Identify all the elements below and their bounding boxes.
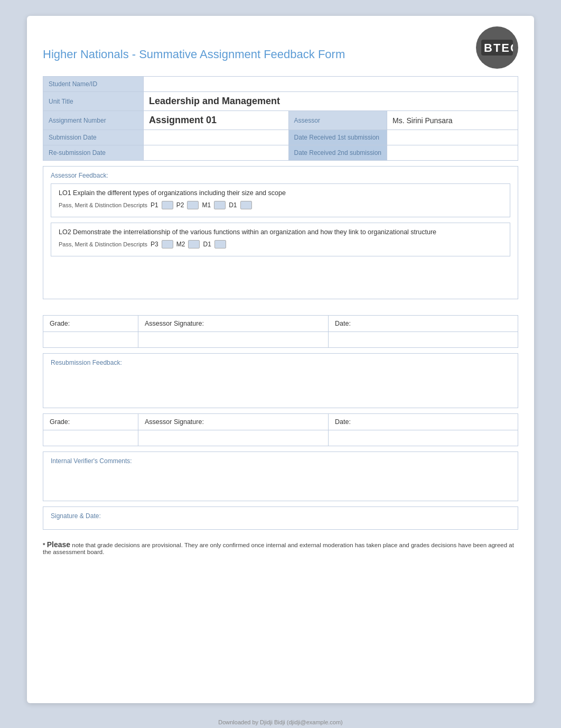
lo2-d1-checkbox[interactable] [214, 240, 226, 248]
lo1-p2-checkbox[interactable] [187, 201, 199, 209]
lo2-criteria-row: Pass, Merit & Distinction Descripts P3 M… [59, 240, 502, 248]
date-received-2nd-value [387, 145, 518, 161]
feedback-content-area [51, 262, 510, 293]
unit-title-label: Unit Title [43, 92, 144, 111]
iv-comments-content [51, 469, 510, 495]
info-table: Student Name/ID Unit Title Leadership an… [43, 76, 518, 161]
lo1-p2-label: P2 [176, 201, 184, 209]
assessor-value: Ms. Sirini Punsara [387, 111, 518, 130]
date-label-2: Date: [329, 414, 518, 430]
note-star: * [43, 542, 45, 548]
submission-date-label: Submission Date [43, 130, 144, 145]
lo2-p3-label: P3 [151, 241, 158, 248]
resubmission-date-row: Re-submission Date Date Received 2nd sub… [43, 145, 518, 161]
assignment-number-row: Assignment Number Assignment 01 Assessor… [43, 111, 518, 130]
grade-table-2: Grade: Assessor Signature: Date: [43, 413, 518, 446]
assessor-sig-label-2: Assessor Signature: [138, 414, 329, 430]
lo2-title: LO2 Demonstrate the interrelationship of… [59, 228, 502, 236]
date-received-2nd-label: Date Received 2nd submission [288, 145, 387, 161]
lo2-box: LO2 Demonstrate the interrelationship of… [51, 223, 510, 256]
lo1-box: LO1 Explain the different types of organ… [51, 183, 510, 217]
resubmission-feedback-label: Resubmission Feedback: [51, 359, 510, 366]
lo1-p1-label: P1 [151, 201, 158, 209]
lo1-m1-checkbox[interactable] [214, 201, 226, 209]
assessor-label: Assessor [288, 111, 387, 130]
header: Higher Nationals - Summative Assignment … [27, 16, 534, 76]
resubmission-content [51, 371, 510, 402]
page-title: Higher Nationals - Summative Assignment … [43, 26, 345, 61]
lo2-m2-checkbox[interactable] [188, 240, 200, 248]
iv-comments-label: Internal Verifier's Comments: [51, 457, 510, 465]
resubmission-date-value [144, 145, 289, 161]
date-value-2 [329, 430, 518, 446]
unit-title-value: Leadership and Management [144, 92, 518, 111]
student-name-value [144, 77, 518, 92]
lo1-m1-label: M1 [202, 201, 211, 209]
student-name-label: Student Name/ID [43, 77, 144, 92]
grade-table-1: Grade: Assessor Signature: Date: [43, 315, 518, 348]
date-received-1st-value [387, 130, 518, 145]
date-received-1st-label: Date Received 1st submission [288, 130, 387, 145]
student-name-row: Student Name/ID [43, 77, 518, 92]
page: Higher Nationals - Summative Assignment … [27, 16, 534, 703]
grade-value-row-1 [43, 332, 518, 348]
lo1-criteria-row: Pass, Merit & Distinction Descripts P1 P… [59, 201, 502, 209]
note-area: * Please note that grade decisions are p… [27, 535, 534, 560]
sig-section: Signature & Date: [43, 506, 518, 530]
assessor-sig-value-1 [138, 332, 329, 348]
grade-row-2: Grade: Assessor Signature: Date: [43, 414, 518, 430]
lo2-m2-label: M2 [176, 241, 185, 248]
lo2-criteria-label: Pass, Merit & Distinction Descripts [59, 241, 147, 247]
lo2-d1-label: D1 [203, 241, 211, 248]
resubmission-date-label: Re-submission Date [43, 145, 144, 161]
assessor-sig-value-2 [138, 430, 329, 446]
submission-date-value [144, 130, 289, 145]
grade-label-2: Grade: [43, 414, 138, 430]
assignment-number-label: Assignment Number [43, 111, 144, 130]
unit-title-row: Unit Title Leadership and Management [43, 92, 518, 111]
assessor-sig-label-1: Assessor Signature: [138, 316, 329, 332]
sig-date-label: Signature & Date: [51, 512, 510, 520]
lo1-d1-label: D1 [229, 201, 237, 209]
btec-logo-svg: BTEC [481, 37, 513, 58]
date-value-1 [329, 332, 518, 348]
grade-row-1: Grade: Assessor Signature: Date: [43, 316, 518, 332]
grade-label-1: Grade: [43, 316, 138, 332]
assessor-feedback-section: Assessor Feedback: LO1 Explain the diffe… [43, 166, 518, 299]
btec-logo-icon: BTEC [476, 26, 518, 69]
main-content: Student Name/ID Unit Title Leadership an… [27, 76, 534, 530]
logo-area: BTEC [476, 26, 518, 71]
lo1-criteria-label: Pass, Merit & Distinction Descripts [59, 202, 147, 208]
date-label-1: Date: [329, 316, 518, 332]
note-please: Please [47, 540, 70, 549]
note-text: note that grade decisions are provisiona… [43, 542, 514, 555]
footer: Downloaded by Djidji Bidji (djidji@examp… [218, 719, 343, 725]
resubmission-section: Resubmission Feedback: [43, 353, 518, 408]
assessor-feedback-label: Assessor Feedback: [51, 172, 510, 179]
grade-value-row-2 [43, 430, 518, 446]
lo1-title: LO1 Explain the different types of organ… [59, 189, 502, 197]
submission-date-row: Submission Date Date Received 1st submis… [43, 130, 518, 145]
svg-text:BTEC: BTEC [484, 41, 513, 54]
spacer1 [43, 305, 518, 315]
grade-value-2 [43, 430, 138, 446]
grade-value-1 [43, 332, 138, 348]
iv-section: Internal Verifier's Comments: [43, 451, 518, 501]
lo2-p3-checkbox[interactable] [162, 240, 173, 248]
lo1-d1-checkbox[interactable] [240, 201, 252, 209]
lo1-p1-checkbox[interactable] [162, 201, 173, 209]
assignment-number-value: Assignment 01 [144, 111, 289, 130]
